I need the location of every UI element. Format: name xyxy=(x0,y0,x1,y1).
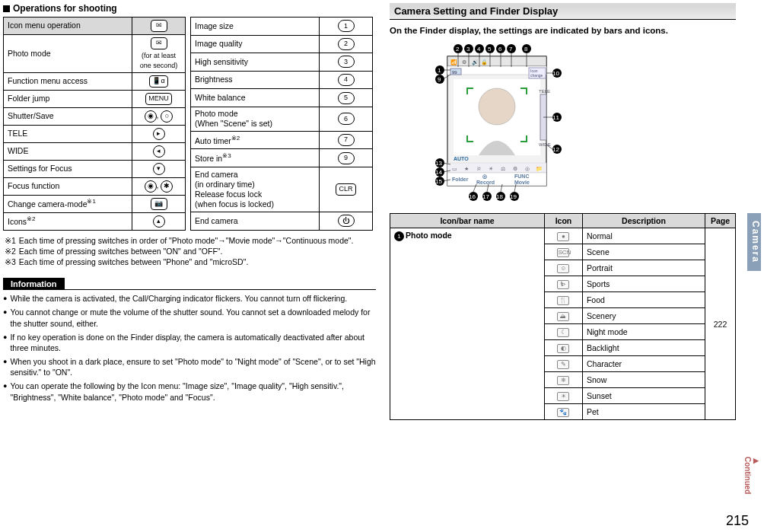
svg-text:6: 6 xyxy=(498,46,502,53)
svg-text:change: change xyxy=(530,73,543,78)
hangup-key-icon: ⏻ xyxy=(338,215,355,227)
svg-text:⛭: ⛭ xyxy=(476,166,482,171)
mode-desc: Scenery xyxy=(582,308,705,324)
mode-desc: Sunset xyxy=(582,388,705,404)
mail-icon: ✉ xyxy=(151,37,167,49)
information-box: Information While the camera is activate… xyxy=(3,278,376,403)
mode-desc: Scene xyxy=(582,244,705,260)
row-label: TELE xyxy=(4,125,132,142)
row-label: End camera (in ordinary time) Release fo… xyxy=(191,167,320,212)
operations-heading: Operations for shooting xyxy=(3,3,376,14)
svg-text:Folder: Folder xyxy=(452,177,469,182)
svg-text:9: 9 xyxy=(438,76,441,83)
svg-rect-13 xyxy=(447,163,546,173)
svg-text:Record: Record xyxy=(476,180,495,185)
mode-desc: Sports xyxy=(582,276,705,292)
mode-icon: ⛷ xyxy=(557,280,569,289)
svg-text:📶: 📶 xyxy=(450,59,457,65)
svg-text:12: 12 xyxy=(552,146,559,153)
svg-text:14: 14 xyxy=(435,169,442,176)
finder-diagram: 📶⚙🔊🔒 AUTO TELE WIDE xyxy=(390,43,736,202)
camera-key-icon: 📷 xyxy=(151,198,167,210)
row-label: Settings for Focus xyxy=(4,160,132,177)
svg-text:2: 2 xyxy=(456,46,460,53)
row-label: End camera xyxy=(191,212,320,230)
mode-desc: Character xyxy=(582,356,705,372)
svg-text:Movie: Movie xyxy=(514,180,530,185)
mode-desc: Portrait xyxy=(582,260,705,276)
mode-icon: ✎ xyxy=(557,360,569,369)
svg-text:WIDE: WIDE xyxy=(539,142,551,147)
th-icon: Icon xyxy=(544,214,582,228)
row-label: High sensitivity xyxy=(191,53,320,72)
row-label: Folder jump xyxy=(4,90,132,107)
operations-table-right: Image size1 Image quality2 High sensitiv… xyxy=(190,17,373,231)
svg-text:11: 11 xyxy=(552,114,559,121)
mode-desc: Food xyxy=(582,292,705,308)
svg-text:▭: ▭ xyxy=(452,166,457,171)
row-label: Photo mode xyxy=(4,35,132,73)
svg-text:FUNC: FUNC xyxy=(514,174,529,179)
svg-text:📁: 📁 xyxy=(536,165,543,172)
information-title: Information xyxy=(3,278,65,290)
svg-text:4: 4 xyxy=(477,46,481,53)
row-label: Focus function xyxy=(4,177,132,195)
mode-icon: ⛰ xyxy=(557,312,569,321)
key-9-icon: 9 xyxy=(338,152,355,164)
footnotes: ※1Each time of pressing switches in orde… xyxy=(3,235,376,268)
center-key-icon: ◉ xyxy=(145,110,157,123)
svg-text:16: 16 xyxy=(469,193,476,200)
svg-text:⚙: ⚙ xyxy=(462,59,466,65)
clr-key-icon: CLR xyxy=(336,183,355,196)
svg-text:🔊: 🔊 xyxy=(472,59,479,65)
svg-text:7: 7 xyxy=(509,46,513,53)
key-3-icon: 3 xyxy=(338,56,355,68)
mail-icon: ✉ xyxy=(151,20,167,32)
menu-key-icon: MENU xyxy=(145,93,172,105)
row-label: WIDE xyxy=(4,142,132,160)
row-label: Change camera-mode※1 xyxy=(4,195,132,212)
photo-mode-cell: 1Photo mode xyxy=(390,228,545,420)
svg-text:3: 3 xyxy=(466,46,470,53)
row-label: Shutter/Save xyxy=(4,107,132,125)
table1-header: Icon menu operation xyxy=(4,18,132,35)
key-7-icon: 7 xyxy=(338,134,355,146)
mode-icon: ☺ xyxy=(557,264,569,273)
mode-icon: 🐾 xyxy=(557,408,569,417)
mode-icon: ☀ xyxy=(557,392,569,401)
th-page: Page xyxy=(705,214,736,228)
mode-desc: Night mode xyxy=(582,324,705,340)
row-label: White balance xyxy=(191,89,320,107)
left-key-icon: ◂ xyxy=(153,145,165,158)
key-1-icon: 1 xyxy=(338,20,355,32)
ir-key-icon: 📱α xyxy=(149,75,167,88)
circle-key-icon: ○ xyxy=(161,110,173,123)
row-label: Image quality xyxy=(191,35,320,53)
mode-icon: ❄ xyxy=(557,376,569,385)
row-label: Brightness xyxy=(191,71,320,89)
row-label: Image size xyxy=(191,18,320,36)
star-key-icon: ✱ xyxy=(161,180,173,193)
center-key-icon: ◉ xyxy=(145,180,157,193)
page-number: 215 xyxy=(726,513,749,529)
svg-text:99: 99 xyxy=(452,70,457,75)
up-key-icon: ▴ xyxy=(153,215,165,228)
svg-text:10: 10 xyxy=(552,70,559,77)
svg-text:🔒: 🔒 xyxy=(481,59,488,65)
svg-text:19: 19 xyxy=(510,193,517,200)
side-tab-camera: Camera xyxy=(747,213,761,271)
svg-text:◎: ◎ xyxy=(482,174,487,180)
mode-desc: Pet xyxy=(582,404,705,420)
mode-icon: ◐ xyxy=(557,344,569,353)
mode-icon: 🍴 xyxy=(557,296,569,305)
down-key-icon: ▾ xyxy=(153,163,165,175)
svg-text:◎: ◎ xyxy=(525,166,530,171)
icon-description-table: Icon/bar name Icon Description Page 1Pho… xyxy=(390,213,736,420)
key-5-icon: 5 xyxy=(338,92,355,104)
th-description: Description xyxy=(582,214,705,228)
svg-text:8: 8 xyxy=(524,46,528,53)
key-6-icon: 6 xyxy=(338,113,355,125)
svg-text:5: 5 xyxy=(488,46,492,53)
svg-text:★: ★ xyxy=(464,166,469,171)
svg-point-8 xyxy=(479,88,515,125)
